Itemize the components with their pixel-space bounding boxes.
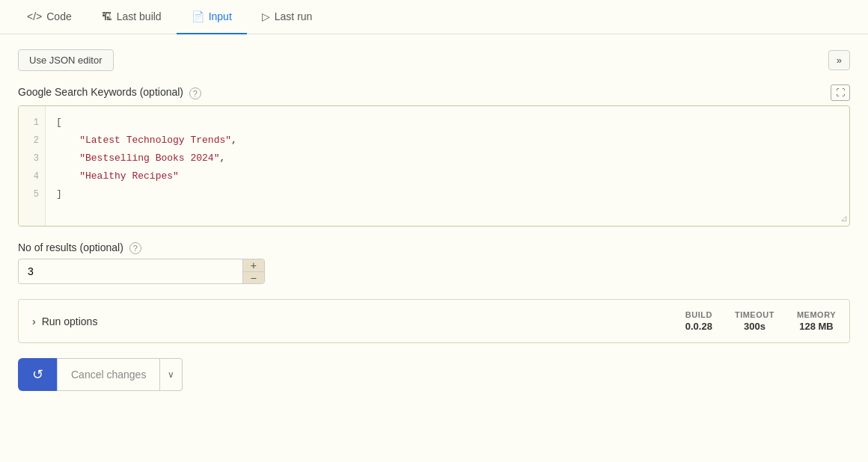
results-input[interactable] [19, 259, 242, 283]
main-content: Use JSON editor » Google Search Keywords… [0, 34, 868, 406]
json-editor-button[interactable]: Use JSON editor [18, 49, 114, 71]
results-label: No of results (optional) ? [18, 241, 141, 254]
dropdown-button[interactable]: ∨ [160, 358, 183, 391]
code-content[interactable]: [ "Latest Technology Trends", "Bestselli… [46, 106, 849, 226]
stat-build-value: 0.0.28 [685, 321, 712, 332]
line-num-2: 2 [25, 132, 39, 150]
stat-build: BUILD 0.0.28 [685, 310, 712, 332]
line-numbers: 1 2 3 4 5 [19, 106, 46, 226]
keywords-section: Google Search Keywords (optional) ? ⛶ 1 … [18, 84, 850, 227]
tab-input[interactable]: 📄 Input [177, 0, 247, 34]
line-num-1: 1 [25, 114, 39, 132]
stat-memory-label: MEMORY [797, 310, 836, 319]
stat-memory: MEMORY 128 MB [797, 310, 836, 332]
run-icon: ▷ [262, 10, 270, 22]
stat-build-label: BUILD [685, 310, 712, 319]
stat-timeout: TIMEOUT 300s [735, 310, 774, 332]
expand-button[interactable]: » [828, 50, 850, 70]
keywords-editor[interactable]: 1 2 3 4 5 [ "Latest Technology Trends", … [18, 105, 850, 227]
code-editor-inner: 1 2 3 4 5 [ "Latest Technology Trends", … [19, 106, 849, 226]
run-options-stats: BUILD 0.0.28 TIMEOUT 300s MEMORY 128 MB [685, 310, 836, 332]
dropdown-chevron-icon: ∨ [168, 369, 174, 380]
results-help-icon[interactable]: ? [129, 242, 141, 254]
keywords-help-icon[interactable]: ? [189, 87, 201, 99]
stepper-buttons: + − [242, 259, 264, 283]
bottom-bar: ↺ Cancel changes ∨ [18, 358, 850, 391]
input-icon: 📄 [192, 10, 204, 22]
line-num-5: 5 [25, 185, 39, 203]
run-options-left: › Run options [32, 315, 97, 327]
stepper-down-button[interactable]: − [243, 272, 264, 284]
keywords-label-text: Google Search Keywords [18, 86, 137, 98]
tab-last-build[interactable]: 🏗 Last build [87, 0, 177, 34]
resize-handle[interactable]: ⊿ [840, 213, 848, 224]
run-options-label: Run options [42, 315, 98, 327]
tab-last-run[interactable]: ▷ Last run [247, 0, 328, 34]
stat-memory-value: 128 MB [797, 321, 836, 332]
stepper-up-button[interactable]: + [243, 259, 264, 272]
build-icon: 🏗 [102, 10, 112, 22]
fullscreen-icon[interactable]: ⛶ [831, 84, 850, 101]
line-num-3: 3 [25, 150, 39, 167]
code-icon: </> [27, 10, 42, 22]
run-options-panel: › Run options BUILD 0.0.28 TIMEOUT 300s … [18, 299, 850, 343]
results-section: No of results (optional) ? + − [18, 241, 850, 284]
tab-bar: </> Code 🏗 Last build 📄 Input ▷ Last run [0, 0, 868, 34]
cancel-button[interactable]: Cancel changes [57, 358, 160, 391]
stat-timeout-label: TIMEOUT [735, 310, 774, 319]
results-label-text: No of results [18, 241, 77, 253]
toolbar: Use JSON editor » [18, 49, 850, 71]
number-input-wrap: + − [18, 259, 265, 284]
line-num-4: 4 [25, 167, 39, 185]
keywords-header: Google Search Keywords (optional) ? ⛶ [18, 84, 850, 101]
run-button-icon: ↺ [32, 366, 43, 383]
run-button[interactable]: ↺ [18, 358, 57, 391]
stat-timeout-value: 300s [735, 321, 774, 332]
keywords-label: Google Search Keywords (optional) ? [18, 86, 201, 99]
keywords-optional: (optional) [140, 86, 183, 98]
run-options-chevron: › [32, 315, 36, 327]
tab-code[interactable]: </> Code [12, 0, 87, 34]
results-header: No of results (optional) ? [18, 241, 850, 254]
results-optional: (optional) [79, 241, 123, 253]
run-options-header[interactable]: › Run options BUILD 0.0.28 TIMEOUT 300s … [19, 300, 849, 342]
